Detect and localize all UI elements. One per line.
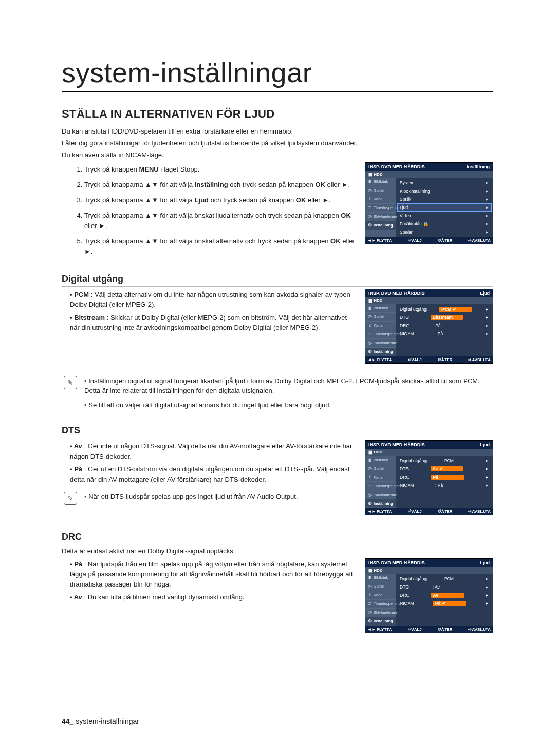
osd-foot-flytta: ◄► FLYTTA xyxy=(367,627,392,632)
osd-row-key: Föräldralås 🔒 xyxy=(400,221,428,226)
drc-intro: Detta är endast aktivt när en Dolby Digi… xyxy=(62,546,493,556)
osd-row-key: Klockinställning xyxy=(400,188,430,194)
osd-side-item: ◷ Guide xyxy=(365,313,396,322)
osd-side-label: Inställning xyxy=(374,349,393,354)
intro-line-2: Låter dig göra inställningar för ljudenh… xyxy=(62,139,493,148)
osd-foot-avsluta: ⇨AVSLUTA xyxy=(468,509,491,514)
digital-bullets: PCM : Välj detta alternativ om du inte h… xyxy=(62,290,358,333)
osd-row-arrow: ► xyxy=(485,466,489,471)
osd-foot-ater: ↺ÅTER xyxy=(438,509,453,514)
osd-row-key: Digital utgång xyxy=(400,458,427,463)
osd-row: Föräldralås 🔒 ► xyxy=(397,220,492,228)
osd-side-icon: ◎ xyxy=(367,214,372,219)
bullet-drc-av: Av : Du kan titta på filmen med vanligt … xyxy=(70,592,358,602)
osd-row-arrow: ► xyxy=(485,197,489,202)
osd-side-label: Skivhanterare xyxy=(374,493,397,497)
osd-side-item: ⟟ Kanal xyxy=(365,195,396,204)
osd-side-item: ⏱ Timerinspelning xyxy=(365,330,396,339)
osd-row-val: : På xyxy=(435,331,464,336)
osd-row: System ► xyxy=(397,179,492,187)
osd-device-title: INSP. DVD MED HÅRDDIS xyxy=(368,291,425,296)
osd-row: Ljud ► xyxy=(397,203,492,212)
osd-side-label: Guide xyxy=(374,188,384,193)
osd-row-key: DTS xyxy=(400,584,409,590)
osd-row: DTS Av ✔ ► xyxy=(397,465,492,473)
osd-side-label: Guide xyxy=(374,466,384,471)
osd-side-label: Skivhanterare xyxy=(374,214,397,219)
osd-row-key: NICAM xyxy=(400,601,414,606)
osd-row-key: Ljud xyxy=(400,205,408,210)
page-footer: 44_ system-inställningar xyxy=(62,717,139,725)
osd-side-icon: ⏱ xyxy=(367,205,372,211)
step-2: Tryck på knapparna ▲▼ för att välja Inst… xyxy=(84,180,358,190)
osd-side-icon: ◷ xyxy=(367,584,372,589)
osd-side-item: ◎ Skivhanterare xyxy=(365,490,396,499)
osd-row-arrow: ► xyxy=(485,205,489,210)
osd-side-item: ◎ Skivhanterare xyxy=(365,213,396,221)
osd-row-arrow: ► xyxy=(485,483,489,488)
step-3: Tryck på knapparna ▲▼ för att välja Ljud… xyxy=(84,195,358,205)
osd-row: DRC På ► xyxy=(397,473,492,481)
osd-row-key: Språk xyxy=(400,197,411,202)
osd-foot-valj: ⏎VÄLJ xyxy=(408,238,421,243)
osd-side-label: Inställning xyxy=(374,223,393,228)
osd-side-label: Bibliotek xyxy=(374,179,388,184)
step-5: Tryck på knapparna ▲▼ för att välja önsk… xyxy=(84,236,358,257)
subheading-digital: Digital utgång xyxy=(62,274,493,287)
osd-hdd-bar: ▦ HDD xyxy=(365,297,493,304)
osd-side-item: ◎ Skivhanterare xyxy=(365,339,396,348)
osd-side-item: ◷ Guide xyxy=(365,186,396,195)
osd-row-val: : PCM xyxy=(441,576,470,581)
osd-sidebar: ▮ Bibliotek ◷ Guide ⟟ Kanal ⏱ Timerinspe… xyxy=(365,456,396,508)
dts-bullets: Av : Ger inte ut någon DTS-signal. Välj … xyxy=(62,441,358,484)
osd-row: DTS : Av ► xyxy=(397,583,492,591)
page-title: system-inställningar xyxy=(62,56,493,92)
osd-row: Språk ► xyxy=(397,195,492,203)
osd-side-item: ⟟ Kanal xyxy=(365,473,396,482)
osd-row-val: Av xyxy=(431,593,464,598)
steps-list: Tryck på knappen MENU i läget Stopp. Try… xyxy=(62,164,358,257)
osd-side-icon: ▮ xyxy=(367,179,372,184)
osd-row: Klockinställning ► xyxy=(397,187,492,195)
osd-side-icon: ◷ xyxy=(367,314,372,319)
osd-row-arrow: ► xyxy=(485,593,489,598)
dts-notes: När ett DTS-ljudspår spelas upp ges inge… xyxy=(82,492,298,506)
osd-row-val: : På xyxy=(433,323,461,328)
osd-side-icon: ⏱ xyxy=(367,332,372,337)
osd-row-arrow: ► xyxy=(485,331,489,336)
osd-side-label: Inställning xyxy=(374,501,393,506)
osd-foot-flytta: ◄► FLYTTA xyxy=(367,509,392,514)
osd-foot-flytta: ◄► FLYTTA xyxy=(367,357,392,362)
osd-side-icon: ⚙ xyxy=(367,349,372,354)
osd-row-arrow: ► xyxy=(485,584,489,590)
osd-row-key: NICAM xyxy=(400,483,414,488)
osd-device-title: INSP. DVD MED HÅRDDIS xyxy=(368,560,425,565)
osd-main: Digital utgång : PCM ► DTS : Av ► DRC Av… xyxy=(396,574,493,626)
osd-row-arrow: ► xyxy=(485,315,489,320)
osd-side-label: Kanal xyxy=(374,593,383,597)
osd-row-arrow: ► xyxy=(485,576,489,581)
osd-side-icon: ◷ xyxy=(367,188,372,193)
osd-row-arrow: ► xyxy=(485,323,489,328)
osd-row-arrow: ► xyxy=(485,475,489,480)
osd-row-key: DTS xyxy=(400,315,409,320)
subheading-drc: DRC xyxy=(62,532,493,544)
osd-side-icon: ⟟ xyxy=(367,197,372,202)
bullet-dts-pa: På : Ger ut en DTS-bitström via den digi… xyxy=(70,464,358,484)
osd-row-key: Digital utgång xyxy=(400,307,427,312)
osd-context: Ljud xyxy=(480,442,490,447)
osd-side-label: Bibliotek xyxy=(374,458,388,462)
osd-panel: INSP. DVD MED HÅRDDIS Ljud ▦ HDD ▮ Bibli… xyxy=(365,440,493,515)
osd-side-item: ◷ Guide xyxy=(365,582,396,591)
osd-side-item: ⟟ Kanal xyxy=(365,322,396,330)
osd-side-icon: ⟟ xyxy=(367,475,372,480)
osd-row: DRC : På ► xyxy=(397,322,492,330)
osd-row: Digital utgång : PCM ► xyxy=(397,457,492,465)
osd-row-val: Bitstream xyxy=(431,315,463,320)
osd-foot-avsluta: ⇨AVSLUTA xyxy=(468,627,491,632)
osd-device-title: INSP. DVD MED HÅRDDIS xyxy=(368,442,425,447)
osd-panel: INSP. DVD MED HÅRDDIS Ljud ▦ HDD ▮ Bibli… xyxy=(365,558,493,633)
osd-sidebar: ▮ Bibliotek ◷ Guide ⟟ Kanal ⏱ Timerinspe… xyxy=(365,304,396,356)
osd-row-key: Video xyxy=(400,213,411,218)
digital-note-1: Inställningen digital ut signal fungerar… xyxy=(84,376,493,396)
